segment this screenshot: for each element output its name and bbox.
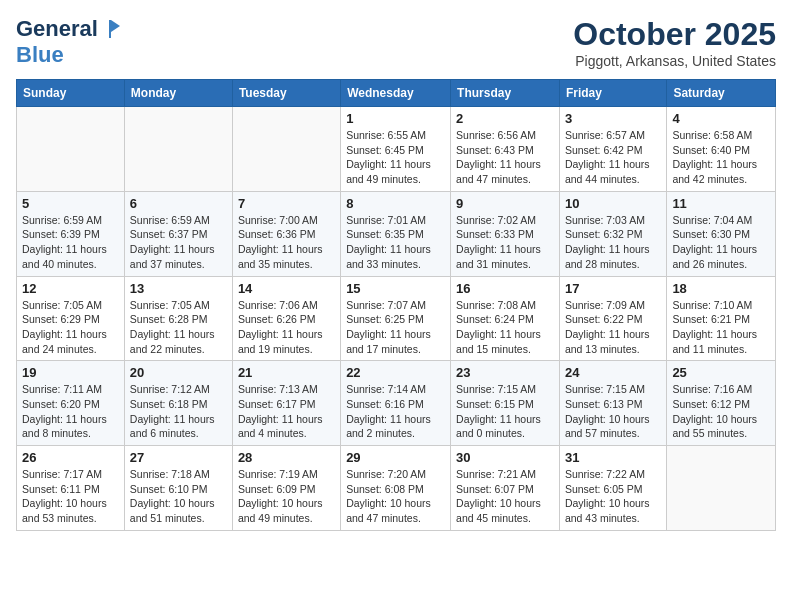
day-number: 23 [456,365,554,380]
day-info: Sunrise: 7:01 AM Sunset: 6:35 PM Dayligh… [346,213,445,272]
calendar-cell: 3Sunrise: 6:57 AM Sunset: 6:42 PM Daylig… [559,107,666,192]
day-number: 19 [22,365,119,380]
calendar-cell: 4Sunrise: 6:58 AM Sunset: 6:40 PM Daylig… [667,107,776,192]
weekday-header-thursday: Thursday [451,80,560,107]
calendar-cell: 11Sunrise: 7:04 AM Sunset: 6:30 PM Dayli… [667,191,776,276]
day-info: Sunrise: 6:59 AM Sunset: 6:39 PM Dayligh… [22,213,119,272]
calendar-cell: 25Sunrise: 7:16 AM Sunset: 6:12 PM Dayli… [667,361,776,446]
calendar-cell: 12Sunrise: 7:05 AM Sunset: 6:29 PM Dayli… [17,276,125,361]
calendar-cell: 8Sunrise: 7:01 AM Sunset: 6:35 PM Daylig… [341,191,451,276]
calendar-week-5: 26Sunrise: 7:17 AM Sunset: 6:11 PM Dayli… [17,446,776,531]
day-info: Sunrise: 7:10 AM Sunset: 6:21 PM Dayligh… [672,298,770,357]
calendar-cell: 22Sunrise: 7:14 AM Sunset: 6:16 PM Dayli… [341,361,451,446]
day-number: 29 [346,450,445,465]
calendar-table: SundayMondayTuesdayWednesdayThursdayFrid… [16,79,776,531]
calendar-cell: 20Sunrise: 7:12 AM Sunset: 6:18 PM Dayli… [124,361,232,446]
day-number: 27 [130,450,227,465]
day-info: Sunrise: 7:19 AM Sunset: 6:09 PM Dayligh… [238,467,335,526]
weekday-header-wednesday: Wednesday [341,80,451,107]
day-info: Sunrise: 7:03 AM Sunset: 6:32 PM Dayligh… [565,213,661,272]
day-info: Sunrise: 7:21 AM Sunset: 6:07 PM Dayligh… [456,467,554,526]
calendar-cell: 24Sunrise: 7:15 AM Sunset: 6:13 PM Dayli… [559,361,666,446]
day-number: 16 [456,281,554,296]
day-number: 21 [238,365,335,380]
day-number: 22 [346,365,445,380]
weekday-header-row: SundayMondayTuesdayWednesdayThursdayFrid… [17,80,776,107]
location-title: Piggott, Arkansas, United States [573,53,776,69]
calendar-cell [667,446,776,531]
calendar-cell [232,107,340,192]
day-info: Sunrise: 7:18 AM Sunset: 6:10 PM Dayligh… [130,467,227,526]
day-info: Sunrise: 6:59 AM Sunset: 6:37 PM Dayligh… [130,213,227,272]
weekday-header-saturday: Saturday [667,80,776,107]
day-info: Sunrise: 7:02 AM Sunset: 6:33 PM Dayligh… [456,213,554,272]
calendar-cell: 18Sunrise: 7:10 AM Sunset: 6:21 PM Dayli… [667,276,776,361]
day-info: Sunrise: 7:06 AM Sunset: 6:26 PM Dayligh… [238,298,335,357]
calendar-cell: 6Sunrise: 6:59 AM Sunset: 6:37 PM Daylig… [124,191,232,276]
weekday-header-monday: Monday [124,80,232,107]
weekday-header-sunday: Sunday [17,80,125,107]
calendar-cell: 29Sunrise: 7:20 AM Sunset: 6:08 PM Dayli… [341,446,451,531]
calendar-cell [17,107,125,192]
svg-marker-0 [111,20,120,32]
day-info: Sunrise: 7:05 AM Sunset: 6:28 PM Dayligh… [130,298,227,357]
day-number: 18 [672,281,770,296]
day-info: Sunrise: 7:13 AM Sunset: 6:17 PM Dayligh… [238,382,335,441]
day-info: Sunrise: 7:11 AM Sunset: 6:20 PM Dayligh… [22,382,119,441]
day-info: Sunrise: 6:56 AM Sunset: 6:43 PM Dayligh… [456,128,554,187]
day-number: 15 [346,281,445,296]
day-number: 1 [346,111,445,126]
day-info: Sunrise: 7:16 AM Sunset: 6:12 PM Dayligh… [672,382,770,441]
day-number: 6 [130,196,227,211]
calendar-cell: 7Sunrise: 7:00 AM Sunset: 6:36 PM Daylig… [232,191,340,276]
day-info: Sunrise: 7:04 AM Sunset: 6:30 PM Dayligh… [672,213,770,272]
day-info: Sunrise: 7:07 AM Sunset: 6:25 PM Dayligh… [346,298,445,357]
logo: General Blue [16,16,122,68]
day-info: Sunrise: 7:00 AM Sunset: 6:36 PM Dayligh… [238,213,335,272]
day-number: 8 [346,196,445,211]
calendar-cell: 21Sunrise: 7:13 AM Sunset: 6:17 PM Dayli… [232,361,340,446]
title-area: October 2025 Piggott, Arkansas, United S… [573,16,776,69]
day-number: 3 [565,111,661,126]
day-info: Sunrise: 7:12 AM Sunset: 6:18 PM Dayligh… [130,382,227,441]
weekday-header-friday: Friday [559,80,666,107]
calendar-cell: 31Sunrise: 7:22 AM Sunset: 6:05 PM Dayli… [559,446,666,531]
day-number: 5 [22,196,119,211]
day-number: 7 [238,196,335,211]
month-title: October 2025 [573,16,776,53]
calendar-cell: 26Sunrise: 7:17 AM Sunset: 6:11 PM Dayli… [17,446,125,531]
logo-flag-icon [100,18,122,40]
day-number: 4 [672,111,770,126]
day-info: Sunrise: 7:17 AM Sunset: 6:11 PM Dayligh… [22,467,119,526]
day-number: 14 [238,281,335,296]
day-info: Sunrise: 6:58 AM Sunset: 6:40 PM Dayligh… [672,128,770,187]
day-info: Sunrise: 6:57 AM Sunset: 6:42 PM Dayligh… [565,128,661,187]
day-number: 26 [22,450,119,465]
day-info: Sunrise: 7:08 AM Sunset: 6:24 PM Dayligh… [456,298,554,357]
day-info: Sunrise: 7:15 AM Sunset: 6:13 PM Dayligh… [565,382,661,441]
calendar-cell: 23Sunrise: 7:15 AM Sunset: 6:15 PM Dayli… [451,361,560,446]
calendar-cell: 30Sunrise: 7:21 AM Sunset: 6:07 PM Dayli… [451,446,560,531]
day-number: 13 [130,281,227,296]
day-info: Sunrise: 7:05 AM Sunset: 6:29 PM Dayligh… [22,298,119,357]
day-number: 25 [672,365,770,380]
calendar-cell: 28Sunrise: 7:19 AM Sunset: 6:09 PM Dayli… [232,446,340,531]
day-info: Sunrise: 7:22 AM Sunset: 6:05 PM Dayligh… [565,467,661,526]
calendar-week-4: 19Sunrise: 7:11 AM Sunset: 6:20 PM Dayli… [17,361,776,446]
day-number: 31 [565,450,661,465]
logo-blue: Blue [16,42,64,67]
calendar-cell [124,107,232,192]
calendar-week-2: 5Sunrise: 6:59 AM Sunset: 6:39 PM Daylig… [17,191,776,276]
day-number: 9 [456,196,554,211]
day-info: Sunrise: 6:55 AM Sunset: 6:45 PM Dayligh… [346,128,445,187]
calendar-week-3: 12Sunrise: 7:05 AM Sunset: 6:29 PM Dayli… [17,276,776,361]
calendar-cell: 14Sunrise: 7:06 AM Sunset: 6:26 PM Dayli… [232,276,340,361]
calendar-cell: 5Sunrise: 6:59 AM Sunset: 6:39 PM Daylig… [17,191,125,276]
day-info: Sunrise: 7:09 AM Sunset: 6:22 PM Dayligh… [565,298,661,357]
calendar-cell: 9Sunrise: 7:02 AM Sunset: 6:33 PM Daylig… [451,191,560,276]
calendar-cell: 15Sunrise: 7:07 AM Sunset: 6:25 PM Dayli… [341,276,451,361]
calendar-cell: 10Sunrise: 7:03 AM Sunset: 6:32 PM Dayli… [559,191,666,276]
calendar-week-1: 1Sunrise: 6:55 AM Sunset: 6:45 PM Daylig… [17,107,776,192]
svg-rect-1 [109,20,111,38]
day-info: Sunrise: 7:20 AM Sunset: 6:08 PM Dayligh… [346,467,445,526]
